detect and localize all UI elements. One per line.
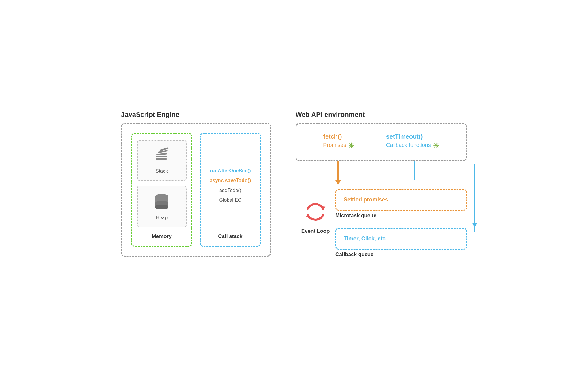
microtask-wrapper: Settled promises Microtask queue	[335, 189, 467, 219]
callback-queue-label: Callback queue	[335, 251, 467, 258]
callback-functions-label: Callback functions ✳️	[386, 142, 439, 149]
callstack-item-2: addTodo()	[207, 188, 254, 193]
heap-icon	[151, 192, 172, 212]
callstack-column: runAfterOneSec() async saveTodo() addTod…	[200, 133, 261, 247]
stack-label: Stack	[156, 168, 168, 174]
callstack-item-1: async saveTodo()	[207, 178, 254, 183]
fetch-col: fetch() Promises ✳️	[323, 133, 355, 149]
event-loop-icon	[302, 198, 329, 226]
web-api-functions: fetch() Promises ✳️ setTimeout() Callbac…	[307, 133, 455, 149]
blue-arrow-top	[412, 161, 417, 180]
web-api-box: fetch() Promises ✳️ setTimeout() Callbac…	[296, 123, 467, 161]
heap-label: Heap	[156, 215, 168, 220]
settled-promises-box: Settled promises	[335, 189, 467, 211]
js-engine-box: Stack	[121, 123, 271, 257]
settimeout-col: setTimeout() Callback functions ✳️	[386, 133, 439, 149]
svg-rect-4	[156, 158, 167, 160]
memory-label: Memory	[137, 233, 187, 240]
settimeout-label: setTimeout()	[386, 133, 439, 140]
event-loop-label: Event Loop	[301, 228, 330, 234]
callstack-item-0: runAfterOneSec()	[207, 168, 254, 174]
callstack-item-3: Global EC	[207, 197, 254, 203]
fetch-label: fetch()	[323, 133, 355, 140]
web-api-title: Web API environment	[296, 111, 467, 119]
orange-arrow	[335, 161, 341, 185]
stack-icon	[151, 147, 172, 165]
memory-column: Stack	[131, 133, 192, 247]
heap-item: Heap	[137, 186, 187, 227]
callback-queue-box: Timer, Click, etc.	[335, 228, 467, 250]
event-loop-col: Event Loop	[296, 189, 335, 234]
settled-promises-label: Settled promises	[344, 197, 388, 203]
arrows-section	[296, 161, 467, 186]
blue-through-arrow	[474, 164, 475, 232]
microtask-queue-label: Microtask queue	[335, 213, 467, 219]
callstack-items: runAfterOneSec() async saveTodo() addTod…	[207, 140, 254, 231]
svg-point-9	[155, 205, 168, 209]
callstack-label: Call stack	[207, 233, 254, 240]
web-api-section: Web API environment fetch() Promises ✳️ …	[296, 111, 467, 258]
js-engine-title: JavaScript Engine	[121, 111, 271, 119]
callback-wrapper: Timer, Click, etc. Callback queue	[335, 228, 467, 258]
promises-label: Promises ✳️	[323, 142, 355, 149]
svg-rect-3	[156, 156, 167, 157]
js-engine-section: JavaScript Engine Stack	[121, 111, 271, 257]
stack-item: Stack	[137, 140, 187, 181]
timer-click-label: Timer, Click, etc.	[344, 236, 387, 242]
svg-rect-2	[156, 153, 167, 155]
bottom-area: Event Loop Settled promises Microtask qu…	[296, 189, 467, 258]
blue-arrowhead	[472, 223, 477, 227]
queues-col: Settled promises Microtask queue Timer, …	[335, 189, 467, 258]
